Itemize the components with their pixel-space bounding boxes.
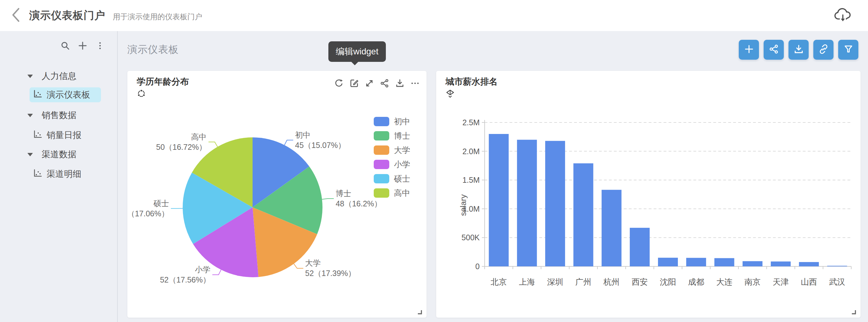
x-axis-label: 上海 [519,277,535,287]
legend-swatch [374,117,389,126]
bar-西安[interactable] [630,228,650,266]
tree-group-label: 渠道数据 [42,149,76,160]
x-axis-label: 南京 [744,277,761,287]
bar-山西[interactable] [799,262,819,266]
pie-legend: 初中博士大学小学硕士高中 [374,117,410,198]
dashboard-title: 演示仪表板 [127,43,179,57]
x-axis-label: 武汉 [829,277,845,287]
legend-item-硕士[interactable]: 硕士 [374,174,410,183]
share-icon[interactable] [380,78,390,88]
bar-北京[interactable] [489,134,508,266]
back-button[interactable] [9,7,22,24]
more-icon[interactable] [410,78,420,88]
tree-item-label: 销量日报 [46,129,82,141]
resize-handle-icon[interactable] [417,309,422,315]
tree-item-label: 渠道明细 [46,168,82,180]
bar-武汉[interactable] [827,266,847,266]
resize-handle-icon[interactable] [851,309,856,315]
widget-title: 城市薪水排名 [445,76,498,88]
x-axis-label: 广州 [575,277,591,287]
pie-label-value: 52（17.56%） [160,275,211,284]
tree-group-label: 人力信息 [42,70,76,82]
bar-大连[interactable] [715,258,735,267]
y-axis-label: 2.5M [462,118,480,127]
drill-icon[interactable] [445,89,455,98]
caret-down-icon [27,153,33,156]
bar-chart: 2.5M2.0M1.5M1.0M500K0salary北京上海深圳广州杭州西安沈… [436,71,861,318]
bar-南京[interactable] [743,261,763,266]
x-axis-label: 深圳 [547,277,563,287]
widget-card-education-pie: 学历年龄分布 初中45（15. [127,71,427,318]
legend-item-大学[interactable]: 大学 [374,145,410,155]
edit-widget-tooltip: 编辑widget [329,41,386,62]
share-dashboard-button[interactable] [764,40,784,60]
y-axis-label: 2.0M [462,147,480,156]
bar-成都[interactable] [686,258,706,266]
tree-group-hr[interactable]: 人力信息 [0,67,117,85]
tree-group-channel[interactable]: 渠道数据 [0,145,117,164]
legend-item-博士[interactable]: 博士 [374,131,410,141]
bar-深圳[interactable] [545,141,565,266]
widget-grid: 学历年龄分布 初中45（15. [127,71,861,318]
widget-card-city-salary-bar: 城市薪水排名 2.5M2.0M1.5M1.0M500K0salary北京上海深圳… [436,71,861,318]
bar-沈阳[interactable] [658,258,678,266]
cloud-download-button[interactable] [834,7,852,24]
plus-icon [744,44,754,56]
widget-title: 学历年龄分布 [137,76,189,88]
tree-item-demo-dashboard[interactable]: 演示仪表板 [30,87,101,102]
share-icon [769,44,779,56]
bar-天津[interactable] [771,261,790,266]
tree-group-sales[interactable]: 销售数据 [0,106,117,125]
download-dashboard-button[interactable] [788,40,809,60]
refresh-icon[interactable] [334,78,344,88]
portal-title: 演示仪表板门户 [29,8,105,23]
chart-icon [33,129,42,141]
chart-icon [33,89,42,101]
x-axis-label: 北京 [491,277,507,287]
download-icon[interactable] [395,78,405,88]
y-axis-label: 0 [475,262,480,271]
dashboard-actions [739,40,858,60]
pie-label-name: 高中 [191,133,207,141]
portal-subtitle: 用于演示使用的仪表板门户 [113,12,202,22]
pie-label-name: 硕士 [153,199,169,208]
tree-item-channel-detail[interactable]: 渠道明细 [30,167,101,181]
y-axis-label: 500K [462,233,480,242]
dashboard-tree: 人力信息 演示仪表板 销售数据 销量日报 渠道数据 [0,31,117,181]
content-area: 人力信息 演示仪表板 销售数据 销量日报 渠道数据 [0,31,868,322]
x-axis-label: 成都 [688,277,704,287]
caret-down-icon [27,75,33,78]
legend-item-小学[interactable]: 小学 [374,160,410,169]
y-axis-title: salary [459,194,468,216]
legend-swatch [374,131,389,141]
edit-icon[interactable] [349,78,359,88]
bar-广州[interactable] [574,164,593,267]
pie-label-line [322,199,334,199]
x-axis-label: 山西 [801,277,817,287]
add-widget-button[interactable] [739,40,759,60]
widget-toolbar [334,78,420,88]
pie-label-line [213,270,221,275]
app-header: 演示仪表板门户 用于演示使用的仪表板门户 [0,0,868,31]
bar-上海[interactable] [517,140,537,266]
x-axis-label: 杭州 [603,277,620,287]
pie-label-value: 51（17.06%） [127,209,169,218]
pie-label-line [285,140,293,145]
chevron-left-icon [10,7,21,24]
bar-杭州[interactable] [602,190,622,266]
x-axis-label: 西安 [631,277,648,287]
link-button[interactable] [813,40,834,60]
filter-button[interactable] [838,40,858,60]
expand-icon[interactable] [364,78,374,88]
pie-label-value: 45（15.07%） [295,141,346,149]
legend-swatch [374,174,389,183]
tree-item-sales-daily[interactable]: 销量日报 [30,128,101,143]
legend-label: 小学 [394,159,410,170]
linkage-icon[interactable] [137,89,146,98]
legend-item-高中[interactable]: 高中 [374,188,410,198]
pie-label-value: 52（17.39%） [305,269,356,277]
pie-label-line [294,264,304,268]
caret-down-icon [27,114,33,117]
legend-swatch [374,145,389,155]
legend-item-初中[interactable]: 初中 [374,117,410,126]
